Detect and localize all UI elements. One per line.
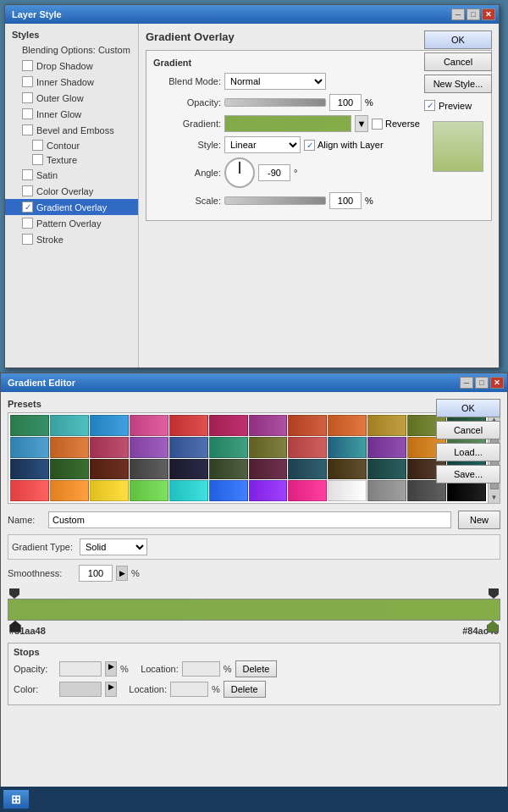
style-select[interactable]: Linear	[224, 136, 301, 153]
scale-slider[interactable]	[224, 196, 326, 205]
sidebar-item-color-overlay[interactable]: Color Overlay	[5, 183, 138, 199]
stops-color-loc-input[interactable]	[170, 682, 208, 697]
top-cancel-button[interactable]: Cancel	[424, 52, 492, 71]
sidebar-item-blending-options[interactable]: Blending Options: Custom	[5, 42, 138, 58]
preset-swatch[interactable]	[169, 459, 208, 480]
name-input[interactable]	[48, 511, 451, 528]
preset-swatch[interactable]	[209, 459, 248, 480]
preset-swatch[interactable]	[288, 480, 327, 501]
stops-opacity-loc-input[interactable]	[182, 661, 220, 677]
preset-swatch[interactable]	[130, 459, 168, 480]
smoothness-input[interactable]	[79, 565, 113, 582]
preset-swatch[interactable]	[209, 437, 248, 458]
ge-load-button[interactable]: Load...	[436, 443, 500, 461]
top-window-close-button[interactable]: ✕	[482, 8, 495, 20]
gradient-dropdown-button[interactable]: ▼	[355, 115, 368, 132]
opacity-slider[interactable]	[224, 98, 326, 107]
pattern-overlay-checkbox[interactable]	[22, 218, 33, 229]
preset-swatch[interactable]	[249, 437, 288, 458]
preset-swatch[interactable]	[90, 459, 129, 480]
top-window-minimize-button[interactable]: ─	[451, 8, 465, 20]
gradient-swatch[interactable]	[224, 115, 351, 132]
preset-swatch[interactable]	[288, 437, 327, 458]
ge-minimize-button[interactable]: ─	[460, 377, 473, 389]
preset-swatch[interactable]	[10, 480, 49, 501]
inner-shadow-checkbox[interactable]	[22, 76, 33, 87]
preset-swatch[interactable]	[50, 437, 89, 458]
preset-swatch[interactable]	[367, 437, 406, 458]
preset-swatch[interactable]	[328, 437, 367, 458]
gradient-overlay-checkbox[interactable]	[22, 202, 33, 213]
reverse-checkbox[interactable]	[372, 119, 383, 130]
color-stop-right[interactable]	[487, 621, 499, 632]
ge-close-button[interactable]: ✕	[490, 377, 504, 389]
angle-input[interactable]	[258, 164, 290, 181]
preset-swatch[interactable]	[328, 480, 367, 501]
scroll-down-arrow[interactable]: ▼	[489, 491, 500, 503]
color-overlay-checkbox[interactable]	[22, 185, 33, 196]
preset-swatch[interactable]	[90, 415, 129, 436]
stops-opacity-stepper[interactable]: ▶	[105, 661, 117, 677]
preset-swatch[interactable]	[288, 459, 327, 480]
stops-opacity-input[interactable]	[59, 661, 102, 677]
sidebar-item-gradient-overlay[interactable]: Gradient Overlay	[5, 199, 138, 215]
sidebar-item-pattern-overlay[interactable]: Pattern Overlay	[5, 215, 138, 231]
gradient-type-select[interactable]: Solid	[80, 539, 147, 555]
preset-swatch[interactable]	[249, 415, 288, 436]
sidebar-item-drop-shadow[interactable]: Drop Shadow	[5, 58, 138, 74]
top-window-maximize-button[interactable]: □	[467, 8, 480, 20]
stops-color-stepper[interactable]: ▶	[105, 682, 117, 697]
inner-glow-checkbox[interactable]	[22, 108, 33, 119]
preset-swatch[interactable]	[50, 415, 89, 436]
stops-color-swatch[interactable]	[59, 682, 102, 697]
stroke-checkbox[interactable]	[22, 234, 33, 245]
outer-glow-checkbox[interactable]	[22, 92, 33, 103]
preset-swatch[interactable]	[169, 437, 208, 458]
opacity-stop-right[interactable]	[489, 588, 499, 599]
stops-color-delete-button[interactable]: Delete	[224, 681, 266, 698]
ge-maximize-button[interactable]: □	[475, 377, 489, 389]
preset-swatch[interactable]	[249, 459, 288, 480]
sidebar-item-bevel-emboss[interactable]: Bevel and Emboss	[5, 122, 138, 138]
align-layer-checkbox[interactable]	[304, 140, 315, 151]
ge-cancel-button[interactable]: Cancel	[436, 421, 500, 439]
preview-checkbox[interactable]	[424, 100, 435, 111]
preset-swatch[interactable]	[130, 437, 168, 458]
preset-swatch[interactable]	[50, 459, 89, 480]
sidebar-item-stroke[interactable]: Stroke	[5, 231, 138, 247]
opacity-stop-left[interactable]	[9, 588, 19, 599]
preset-swatch[interactable]	[367, 415, 406, 436]
preset-swatch[interactable]	[130, 415, 168, 436]
satin-checkbox[interactable]	[22, 169, 33, 180]
sidebar-item-inner-glow[interactable]: Inner Glow	[5, 106, 138, 122]
color-stop-left[interactable]	[9, 621, 21, 632]
new-gradient-button[interactable]: New	[458, 511, 500, 529]
angle-dial[interactable]	[224, 157, 255, 188]
stops-opacity-delete-button[interactable]: Delete	[235, 660, 278, 677]
preset-swatch[interactable]	[169, 480, 208, 501]
ge-save-button[interactable]: Save...	[436, 465, 500, 483]
preset-swatch[interactable]	[10, 437, 49, 458]
preset-swatch[interactable]	[328, 415, 367, 436]
sidebar-item-texture[interactable]: Texture	[5, 152, 138, 167]
contour-checkbox[interactable]	[32, 140, 43, 151]
ge-ok-button[interactable]: OK	[436, 399, 500, 417]
texture-checkbox[interactable]	[32, 154, 43, 165]
preset-swatch[interactable]	[10, 459, 49, 480]
blend-mode-select[interactable]: Normal	[224, 73, 326, 90]
gradient-bar[interactable]	[8, 599, 500, 621]
opacity-input[interactable]	[329, 94, 362, 111]
preset-swatch[interactable]	[209, 415, 248, 436]
preset-swatch[interactable]	[50, 480, 89, 501]
preset-swatch[interactable]	[288, 415, 327, 436]
sidebar-item-contour[interactable]: Contour	[5, 138, 138, 152]
preset-swatch[interactable]	[130, 480, 168, 501]
preset-swatch[interactable]	[367, 459, 406, 480]
preset-swatch[interactable]	[249, 480, 288, 501]
sidebar-item-satin[interactable]: Satin	[5, 167, 138, 183]
start-button[interactable]: ⊞	[3, 790, 29, 809]
top-new-style-button[interactable]: New Style...	[424, 75, 492, 93]
scale-input[interactable]	[329, 192, 362, 209]
bevel-emboss-checkbox[interactable]	[22, 124, 33, 135]
preset-swatch[interactable]	[90, 437, 129, 458]
